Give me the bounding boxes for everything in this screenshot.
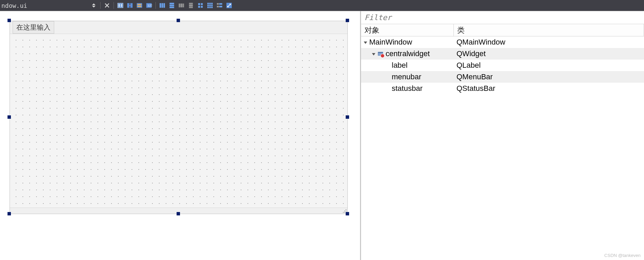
- adjust-size-icon[interactable]: [225, 1, 234, 10]
- expander-icon[interactable]: [372, 53, 375, 55]
- svg-rect-1: [118, 4, 120, 7]
- updown-icon[interactable]: [89, 1, 98, 10]
- object-class: QLabel: [454, 61, 644, 70]
- tree-row[interactable]: labelQLabel: [361, 60, 644, 71]
- svg-rect-21: [189, 6, 193, 8]
- svg-rect-3: [127, 3, 130, 8]
- menu-type-here[interactable]: 在这里输入: [13, 21, 54, 34]
- tree-row[interactable]: menubarQMenuBar: [361, 71, 644, 83]
- svg-rect-7: [137, 6, 141, 7]
- svg-rect-13: [169, 3, 174, 4]
- svg-rect-4: [130, 3, 133, 8]
- top-toolbar: ndow.ui 123: [0, 0, 644, 11]
- file-name-label: ndow.ui: [1, 2, 89, 9]
- svg-rect-11: [162, 3, 163, 8]
- object-class: QMenuBar: [454, 72, 644, 81]
- svg-rect-15: [169, 6, 174, 8]
- object-inspector: 对象 类 MainWindowQMainWindowcentralwidgetQ…: [361, 11, 644, 260]
- selection-handle[interactable]: [346, 19, 349, 22]
- layout-grid2-icon[interactable]: [196, 1, 205, 10]
- layout-horizontal-icon[interactable]: [116, 1, 125, 10]
- watermark: CSDN @tankeven: [604, 253, 641, 258]
- designer-canvas[interactable]: 在这里输入: [0, 11, 361, 260]
- layout-hbox-icon[interactable]: [158, 1, 167, 10]
- layout-hsplit-icon[interactable]: [177, 1, 186, 10]
- layout-grid-icon[interactable]: 123: [145, 1, 153, 10]
- tree-body[interactable]: MainWindowQMainWindowcentralwidgetQWidge…: [361, 36, 644, 260]
- tree-row[interactable]: MainWindowQMainWindow: [361, 36, 644, 48]
- svg-rect-38: [219, 6, 222, 7]
- form-central-area[interactable]: [10, 34, 347, 208]
- layout-grid3-icon[interactable]: [206, 1, 214, 10]
- layout-break-icon[interactable]: [125, 1, 134, 10]
- svg-rect-16: [179, 3, 181, 7]
- svg-rect-28: [211, 3, 213, 4]
- toolbar-separator: [100, 2, 101, 9]
- selection-handle[interactable]: [346, 212, 349, 215]
- svg-rect-34: [211, 6, 213, 8]
- svg-rect-33: [209, 6, 211, 8]
- svg-rect-24: [198, 6, 200, 8]
- toolbar-separator: [114, 2, 114, 9]
- main-area: 在这里输入 对象 类 MainWindowQMainWindowcentralw…: [0, 11, 644, 260]
- layout-form2-icon[interactable]: [215, 1, 224, 10]
- object-name: statusbar: [392, 84, 423, 93]
- selection-handle[interactable]: [177, 212, 180, 215]
- svg-rect-20: [189, 5, 193, 6]
- toolbar-separator: [155, 2, 156, 9]
- object-name: centralwidget: [386, 49, 430, 58]
- layout-form-icon[interactable]: [135, 1, 144, 10]
- form-mainwindow[interactable]: 在这里输入: [10, 21, 348, 214]
- layout-vbox-icon[interactable]: [167, 1, 176, 10]
- close-icon[interactable]: [103, 1, 111, 10]
- svg-rect-5: [137, 3, 142, 8]
- tree-row[interactable]: statusbarQStatusBar: [361, 83, 644, 94]
- column-class[interactable]: 类: [454, 24, 644, 36]
- svg-rect-37: [217, 6, 219, 7]
- expander-icon[interactable]: [364, 42, 367, 44]
- object-class: QMainWindow: [454, 38, 644, 47]
- selection-handle[interactable]: [177, 19, 180, 22]
- svg-rect-2: [121, 4, 122, 7]
- object-class: QStatusBar: [454, 84, 644, 93]
- object-name: MainWindow: [369, 38, 412, 47]
- selection-handle[interactable]: [8, 115, 11, 119]
- svg-rect-19: [189, 3, 193, 5]
- object-name: menubar: [392, 72, 421, 81]
- selection-handle[interactable]: [8, 19, 11, 22]
- object-class: QWidget: [454, 49, 644, 58]
- svg-rect-14: [169, 5, 174, 6]
- layout-vsplit-icon[interactable]: [186, 1, 195, 10]
- svg-rect-29: [207, 5, 209, 6]
- svg-rect-17: [181, 3, 182, 7]
- object-name: label: [392, 61, 407, 70]
- filter-input[interactable]: [361, 11, 644, 24]
- svg-rect-31: [211, 5, 213, 6]
- tree-row[interactable]: centralwidgetQWidget: [361, 48, 644, 60]
- svg-rect-35: [217, 3, 219, 5]
- column-object[interactable]: 对象: [361, 24, 454, 36]
- svg-rect-25: [201, 6, 203, 8]
- svg-text:123: 123: [147, 4, 152, 7]
- svg-rect-23: [201, 3, 203, 5]
- svg-rect-10: [160, 3, 161, 8]
- svg-rect-26: [207, 3, 209, 4]
- svg-rect-18: [182, 3, 184, 7]
- selection-handle[interactable]: [346, 115, 349, 119]
- selection-handle[interactable]: [8, 212, 11, 215]
- svg-rect-32: [207, 6, 209, 8]
- svg-rect-22: [198, 3, 200, 5]
- svg-rect-27: [209, 3, 211, 4]
- svg-rect-41: [378, 52, 383, 53]
- tree-header: 对象 类: [361, 24, 644, 36]
- svg-rect-6: [137, 4, 141, 5]
- svg-rect-36: [219, 3, 222, 5]
- widget-nolayout-icon: [377, 51, 384, 57]
- form-menubar[interactable]: 在这里输入: [10, 21, 347, 34]
- svg-rect-12: [163, 3, 165, 8]
- svg-rect-30: [209, 5, 211, 6]
